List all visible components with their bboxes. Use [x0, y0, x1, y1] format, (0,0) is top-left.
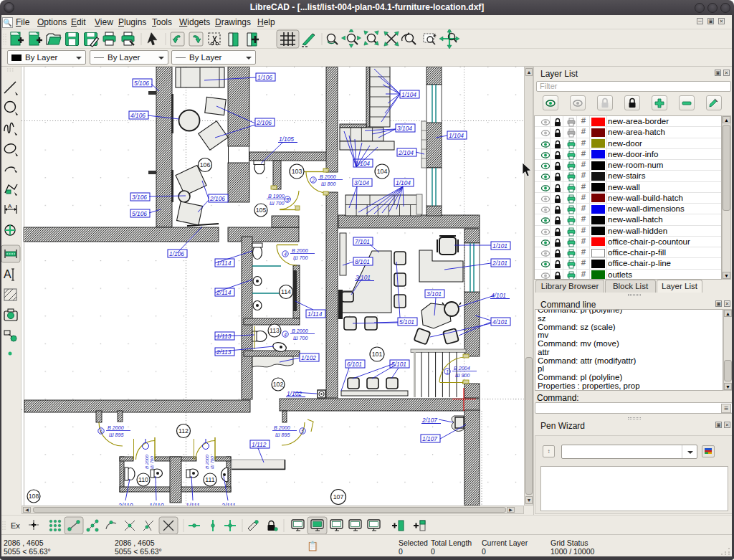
svg-text:Ш 895: Ш 895 [275, 432, 291, 438]
svg-text:B 2000: B 2000 [144, 455, 149, 469]
svg-text:B 2004: B 2004 [454, 365, 470, 371]
svg-text:1/102: 1/102 [287, 390, 302, 397]
svg-text:A: A [8, 203, 12, 209]
svg-text:2/106: 2/106 [256, 119, 272, 126]
svg-text:B 2000: B 2000 [292, 328, 308, 334]
svg-text:7/101: 7/101 [355, 238, 370, 245]
svg-text:6/101: 6/101 [347, 361, 362, 368]
svg-text:6: 6 [100, 429, 103, 434]
svg-text:1/102: 1/102 [301, 354, 316, 361]
svg-text:3/106: 3/106 [132, 194, 147, 201]
svg-text:Ш 700: Ш 700 [209, 456, 214, 469]
svg-text:1/101: 1/101 [492, 242, 507, 250]
svg-text:1/104: 1/104 [449, 132, 464, 139]
svg-text:5/106: 5/106 [134, 80, 149, 87]
svg-text:107: 107 [333, 493, 344, 500]
svg-text:1/107: 1/107 [422, 435, 437, 442]
svg-text:1/105: 1/105 [279, 136, 294, 143]
svg-text:1/112: 1/112 [252, 441, 267, 448]
svg-text:110: 110 [138, 476, 148, 483]
svg-text:3/101: 3/101 [426, 290, 442, 298]
svg-text:Ш 700: Ш 700 [293, 255, 308, 261]
svg-text:2/106: 2/106 [209, 195, 225, 202]
svg-text:1/106: 1/106 [257, 74, 272, 81]
svg-text:103: 103 [292, 168, 302, 175]
svg-text:3/104: 3/104 [397, 125, 412, 132]
svg-text:2/104: 2/104 [398, 149, 414, 156]
svg-text:113: 113 [270, 327, 280, 334]
svg-text:2: 2 [311, 178, 315, 183]
svg-text:4: 4 [284, 252, 287, 257]
svg-text:4/106: 4/106 [130, 112, 146, 119]
svg-text:1/106: 1/106 [169, 250, 184, 257]
svg-text:B 2000: B 2000 [292, 247, 308, 254]
svg-text:5: 5 [301, 429, 304, 434]
svg-text:Ш 900: Ш 900 [455, 372, 470, 379]
svg-text:B 1900: B 1900 [268, 193, 285, 199]
svg-text:112: 112 [178, 427, 189, 435]
svg-text:B 2000: B 2000 [204, 455, 209, 469]
svg-text:Ex: Ex [11, 521, 20, 530]
svg-text:105: 105 [256, 207, 267, 214]
svg-text:2/101: 2/101 [492, 260, 507, 267]
svg-text:104: 104 [377, 168, 388, 175]
svg-text:1/104: 1/104 [396, 179, 411, 186]
svg-text:Ш 895: Ш 895 [109, 432, 125, 438]
svg-text:114: 114 [281, 288, 291, 295]
svg-text:1: 1 [446, 369, 449, 374]
svg-text:5/101: 5/101 [399, 318, 414, 326]
svg-text:106: 106 [200, 161, 211, 169]
svg-text:108: 108 [29, 493, 39, 500]
svg-text:B 2000: B 2000 [320, 174, 336, 180]
svg-text:Ш 800: Ш 800 [321, 181, 336, 187]
svg-text:Ш 700: Ш 700 [149, 456, 154, 469]
svg-text:4/101: 4/101 [491, 292, 506, 299]
svg-text:4/101: 4/101 [492, 318, 507, 326]
svg-text:B 2000: B 2000 [274, 424, 290, 431]
svg-text:102: 102 [273, 381, 284, 388]
svg-text:3/101: 3/101 [356, 274, 371, 281]
svg-text:101: 101 [372, 351, 383, 358]
svg-text:3/104: 3/104 [354, 179, 369, 186]
svg-text:B 2000: B 2000 [108, 424, 124, 431]
svg-text:A: A [4, 268, 11, 280]
svg-text:4: 4 [284, 332, 287, 337]
svg-text:1/114: 1/114 [308, 310, 323, 318]
svg-text:Ш 700: Ш 700 [270, 200, 285, 207]
svg-text:1/104: 1/104 [401, 91, 416, 98]
svg-text:3: 3 [286, 197, 289, 202]
svg-text:2/107: 2/107 [421, 417, 437, 424]
svg-text:5/106: 5/106 [132, 210, 147, 217]
svg-text:Ш 700: Ш 700 [293, 335, 308, 341]
svg-text:111: 111 [205, 476, 214, 483]
svg-text:8/101: 8/101 [355, 258, 370, 265]
